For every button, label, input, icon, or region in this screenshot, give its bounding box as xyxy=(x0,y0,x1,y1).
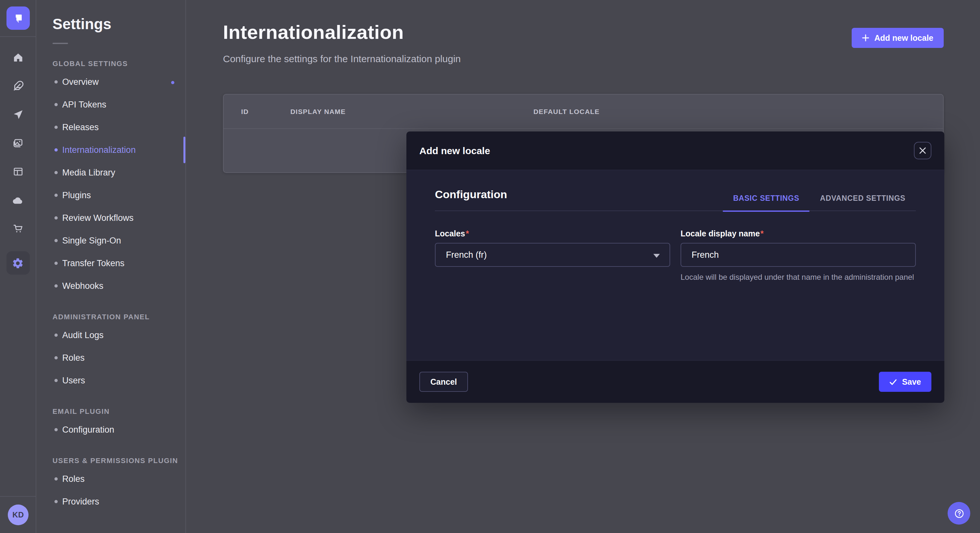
display-name-hint: Locale will be displayed under that name… xyxy=(681,272,916,283)
sidebar-item-label: Transfer Tokens xyxy=(62,259,124,268)
rail-divider xyxy=(0,36,36,37)
column-default-locale: DEFAULT LOCALE xyxy=(533,95,600,129)
required-asterisk: * xyxy=(466,229,469,238)
tab-advanced-settings[interactable]: ADVANCED SETTINGS xyxy=(810,194,916,211)
modal-footer: Cancel Save xyxy=(406,360,944,403)
bullet xyxy=(54,333,58,337)
sidebar-item-api-tokens[interactable]: API Tokens xyxy=(36,93,185,116)
sidebar-item-transfer-tokens[interactable]: Transfer Tokens xyxy=(36,252,185,274)
cloud-icon[interactable] xyxy=(6,192,30,209)
column-display-name: DISPLAY NAME xyxy=(290,95,346,129)
locales-field-group: Locales* French (fr) xyxy=(435,229,670,283)
sidebar-item-audit-logs[interactable]: Audit Logs xyxy=(36,324,185,346)
help-button[interactable] xyxy=(948,502,970,525)
section-global-settings: GLOBAL SETTINGS Overview API Tokens Rele… xyxy=(36,56,185,297)
sidebar-item-label: Internationalization xyxy=(62,145,136,155)
sidebar-item-label: Users xyxy=(62,376,85,385)
settings-gear-icon[interactable] xyxy=(6,251,30,274)
bullet xyxy=(54,125,58,129)
main-content: Internationalization Configure the setti… xyxy=(186,0,980,533)
bullet xyxy=(54,477,58,481)
sidebar-item-label: Media Library xyxy=(62,168,115,178)
sidebar-item-label: Webhooks xyxy=(62,281,103,291)
strapi-logo-icon xyxy=(11,11,25,25)
content-type-builder-layout-icon[interactable] xyxy=(6,163,30,180)
modal-title: Add new locale xyxy=(419,145,490,156)
tab-basic-settings[interactable]: BASIC SETTINGS xyxy=(723,194,810,211)
sidebar-item-label: Single Sign-On xyxy=(62,236,121,246)
sidebar-item-providers[interactable]: Providers xyxy=(36,490,185,513)
sidebar-item-overview[interactable]: Overview xyxy=(36,71,185,93)
sidebar-item-label: Roles xyxy=(62,474,84,484)
sidebar-item-admin-roles[interactable]: Roles xyxy=(36,346,185,369)
display-name-label-text: Locale display name xyxy=(681,229,760,238)
check-icon xyxy=(889,378,897,385)
locales-label-text: Locales xyxy=(435,229,465,238)
bullet xyxy=(54,103,58,106)
bullet xyxy=(54,216,58,219)
sidebar-item-plugins[interactable]: Plugins xyxy=(36,184,185,206)
cancel-button[interactable]: Cancel xyxy=(419,372,468,392)
marketplace-cart-icon[interactable] xyxy=(6,220,30,237)
bullet xyxy=(54,148,58,152)
column-id: ID xyxy=(241,95,248,129)
modal-header: Add new locale xyxy=(406,132,944,170)
settings-tabs: BASIC SETTINGS ADVANCED SETTINGS xyxy=(723,194,916,211)
content-manager-feather-icon[interactable] xyxy=(6,78,30,95)
section-header: GLOBAL SETTINGS xyxy=(36,56,185,71)
sidebar-item-releases[interactable]: Releases xyxy=(36,116,185,139)
sidebar-item-internationalization[interactable]: Internationalization xyxy=(36,139,185,161)
locales-select[interactable]: French (fr) xyxy=(435,243,670,267)
save-label: Save xyxy=(902,377,921,386)
user-avatar[interactable]: KD xyxy=(8,504,29,525)
modal-body: Configuration BASIC SETTINGS ADVANCED SE… xyxy=(406,170,944,360)
sidebar-item-label: Configuration xyxy=(62,425,115,435)
bullet xyxy=(54,262,58,265)
page-title: Internationalization xyxy=(223,21,404,43)
display-name-label: Locale display name* xyxy=(681,229,916,238)
bullet xyxy=(54,500,58,503)
close-button[interactable] xyxy=(914,142,931,159)
locales-label: Locales* xyxy=(435,229,670,238)
configuration-title: Configuration xyxy=(435,189,507,211)
bullet xyxy=(54,428,58,431)
add-new-locale-button[interactable]: Add new locale xyxy=(852,28,944,48)
save-button[interactable]: Save xyxy=(879,372,931,392)
bullet xyxy=(54,194,58,197)
strapi-logo[interactable] xyxy=(6,6,30,30)
close-icon xyxy=(919,147,926,154)
sidebar-item-label: API Tokens xyxy=(62,100,106,109)
sidebar-title-divider xyxy=(52,43,68,44)
bullet xyxy=(54,284,58,287)
chevron-down-icon xyxy=(653,254,660,257)
screen: KD Settings GLOBAL SETTINGS Overview API… xyxy=(0,0,980,533)
sidebar-item-up-roles[interactable]: Roles xyxy=(36,468,185,490)
table-header: ID DISPLAY NAME DEFAULT LOCALE xyxy=(224,95,943,129)
add-new-locale-label: Add new locale xyxy=(874,33,933,43)
sidebar-item-single-sign-on[interactable]: Single Sign-On xyxy=(36,229,185,252)
bullet xyxy=(54,379,58,382)
sidebar-item-label: Plugins xyxy=(62,190,91,200)
rail-bottom-divider xyxy=(0,496,36,497)
sidebar-item-label: Roles xyxy=(62,353,84,363)
notification-dot xyxy=(171,81,174,84)
sidebar-item-users[interactable]: Users xyxy=(36,369,185,392)
sidebar-item-label: Review Workflows xyxy=(62,213,134,223)
sidebar-item-review-workflows[interactable]: Review Workflows xyxy=(36,206,185,229)
section-header: EMAIL PLUGIN xyxy=(36,404,185,418)
bullet xyxy=(54,171,58,174)
section-administration-panel: ADMINISTRATION PANEL Audit Logs Roles Us… xyxy=(36,309,185,392)
sidebar-item-label: Providers xyxy=(62,497,99,506)
releases-send-icon[interactable] xyxy=(6,106,30,123)
bullet xyxy=(54,80,58,84)
media-library-icon[interactable] xyxy=(6,135,30,152)
bullet xyxy=(54,239,58,242)
home-icon[interactable] xyxy=(6,49,30,66)
sidebar-item-email-configuration[interactable]: Configuration xyxy=(36,418,185,441)
display-name-input[interactable] xyxy=(681,243,916,267)
section-header: USERS & PERMISSIONS PLUGIN xyxy=(36,453,185,468)
sidebar-item-media-library[interactable]: Media Library xyxy=(36,161,185,184)
sidebar-item-webhooks[interactable]: Webhooks xyxy=(36,274,185,297)
add-locale-modal: Add new locale Configuration BASIC SETTI… xyxy=(406,132,944,403)
page-subtitle: Configure the settings for the Internati… xyxy=(223,53,461,64)
